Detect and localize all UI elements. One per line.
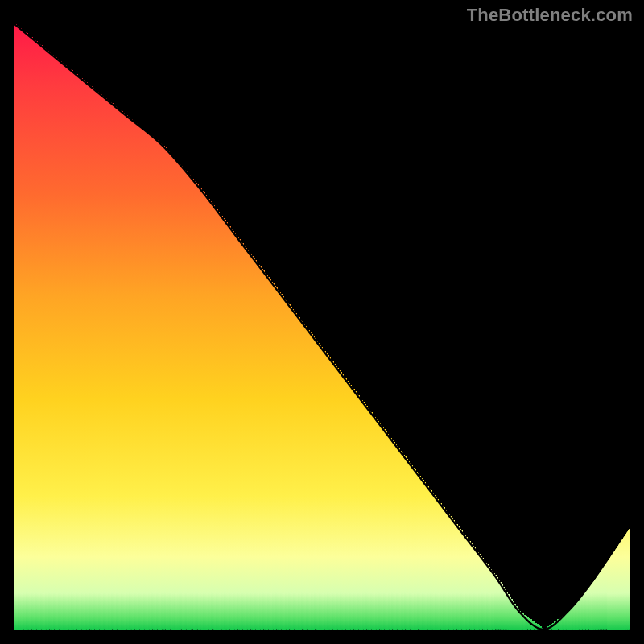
plot-gradient-layer [14, 24, 630, 630]
chart-frame: TheBottleneck.com [0, 0, 644, 644]
plot-area [14, 24, 630, 630]
watermark-text: TheBottleneck.com [467, 5, 633, 26]
